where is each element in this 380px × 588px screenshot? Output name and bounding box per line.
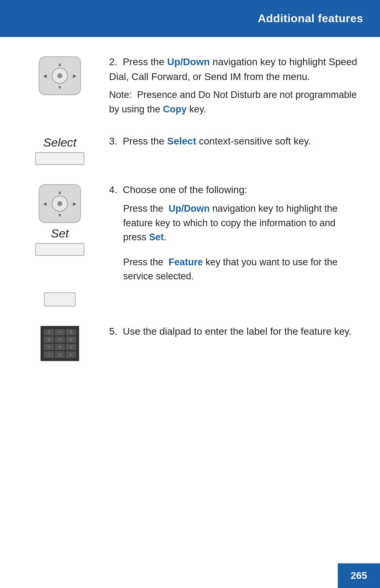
dialpad-key-2: 2 xyxy=(55,329,65,335)
set-soft-key-btn xyxy=(35,243,84,256)
step-3-row: Select 3. Press the Select context-sensi… xyxy=(21,134,359,165)
step-4-nav-key: ▲ ▼ ◀ ▶ xyxy=(39,184,81,223)
nav-arrow-down-2-icon: ▼ xyxy=(57,212,62,218)
step-4-sub-a: Press the Up/Down navigation key to high… xyxy=(123,202,359,245)
select-soft-key-btn xyxy=(35,152,84,165)
nav-arrow-up-2-icon: ▲ xyxy=(57,189,62,195)
nav-key-center xyxy=(52,68,68,84)
step-2-updown: Up/Down xyxy=(167,56,210,67)
step-5-text: 5. Use the dialpad to enter the label fo… xyxy=(109,324,359,339)
dialpad-key-4: 4 xyxy=(44,336,54,343)
feature-rect-spacer xyxy=(99,291,359,307)
nav-center-2-dot xyxy=(57,201,62,206)
dialpad-key-0: 0 xyxy=(55,351,65,358)
dialpad-icon: 1 2 3 4 5 6 7 8 9 * 0 # xyxy=(40,326,79,361)
nav-key-2-center xyxy=(52,196,68,212)
feature-rect-icon-col xyxy=(21,291,99,307)
dialpad-key-star: * xyxy=(44,351,54,358)
dialpad-key-8: 8 xyxy=(55,344,65,350)
step-2-number: 2. xyxy=(109,56,123,67)
dialpad-key-3: 3 xyxy=(66,329,76,335)
nav-arrow-up-icon: ▲ xyxy=(57,61,62,67)
step-4-icon-col: ▲ ▼ ◀ ▶ Set xyxy=(21,182,99,284)
step-4-set: Set xyxy=(149,232,164,242)
step-5-text-col: 5. Use the dialpad to enter the label fo… xyxy=(99,324,359,361)
dialpad-key-5: 5 xyxy=(55,336,65,343)
step-4-updown: Up/Down xyxy=(169,203,210,214)
nav-arrow-right-2-icon: ▶ xyxy=(73,201,77,206)
step-2-row: ▲ ▼ ◀ ▶ 2. Press the Up/Down navigation … xyxy=(21,55,359,116)
step-2-note: Note: Presence and Do Not Disturb are no… xyxy=(109,88,359,116)
nav-key-icon: ▲ ▼ ◀ ▶ xyxy=(39,56,81,95)
nav-arrow-down-icon: ▼ xyxy=(57,85,62,90)
dialpad-key-hash: # xyxy=(66,351,76,358)
select-label: Select xyxy=(43,136,77,149)
step-4-row: ▲ ▼ ◀ ▶ Set 4. Choose one of the followi… xyxy=(21,182,359,284)
step-2-text: 2. Press the Up/Down navigation key to h… xyxy=(109,55,359,84)
step-3-text-col: 3. Press the Select context-sensitive so… xyxy=(99,134,359,165)
step-4-text-col: 4. Choose one of the following: Press th… xyxy=(99,182,359,284)
step-5-row: 1 2 3 4 5 6 7 8 9 * 0 # 5. Use the dialp… xyxy=(21,324,359,361)
page-number: 265 xyxy=(351,570,367,581)
step-4-intro: 4. Choose one of the following: xyxy=(109,182,359,197)
step-4-sub-b: Press the Feature key that you want to u… xyxy=(123,255,359,284)
dialpad-key-6: 6 xyxy=(66,336,76,343)
dialpad-key-7: 7 xyxy=(44,344,54,350)
step-3-text: 3. Press the Select context-sensitive so… xyxy=(109,134,359,149)
dialpad-key-1: 1 xyxy=(44,329,54,335)
nav-arrow-right-icon: ▶ xyxy=(73,73,77,79)
nav-arrow-left-2-icon: ◀ xyxy=(43,201,47,206)
copy-word: Copy xyxy=(163,104,187,114)
set-label: Set xyxy=(51,227,69,240)
nav-arrow-left-icon: ◀ xyxy=(43,73,47,79)
step-4-feature: Feature xyxy=(169,257,203,267)
page-footer: 265 xyxy=(338,563,380,588)
header-bar: Additional features xyxy=(0,0,380,37)
nav-center-dot xyxy=(57,73,62,78)
step-3-icon-col: Select xyxy=(21,134,99,165)
step-5-icon-col: 1 2 3 4 5 6 7 8 9 * 0 # xyxy=(21,324,99,361)
step-3-select: Select xyxy=(167,136,196,147)
feature-rect-row xyxy=(21,291,359,307)
main-content: ▲ ▼ ◀ ▶ 2. Press the Up/Down navigation … xyxy=(0,37,380,588)
step-2-icon-col: ▲ ▼ ◀ ▶ xyxy=(21,55,99,116)
dialpad-key-9: 9 xyxy=(66,344,76,350)
step-4-sub-b-text: Press the Feature key that you want to u… xyxy=(123,255,359,284)
step-4-sub-a-text: Press the Up/Down navigation key to high… xyxy=(123,202,359,245)
step-2-text-col: 2. Press the Up/Down navigation key to h… xyxy=(99,55,359,116)
feature-key-rect-icon xyxy=(44,292,76,307)
page-title: Additional features xyxy=(258,12,363,25)
